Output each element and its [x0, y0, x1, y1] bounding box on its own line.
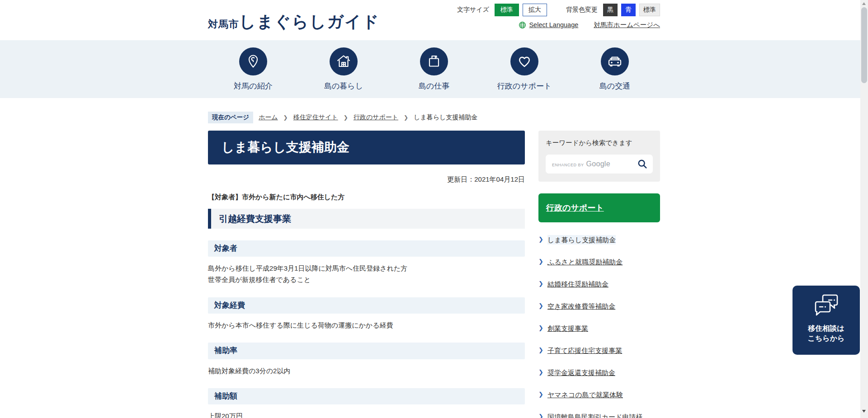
heart-icon [510, 47, 538, 75]
nav-label: 島の仕事 [389, 81, 479, 91]
sidebar-item-startup-support[interactable]: ❯創業支援事業 [538, 324, 660, 333]
nav-item-gov-support[interactable]: 行政のサポート [479, 40, 570, 91]
search-icon[interactable] [637, 159, 647, 169]
sidebar-category-box[interactable]: 行政のサポート [538, 193, 660, 222]
logo-main: しまぐらしガイド [239, 11, 380, 33]
sub-heading-eligible-persons: 対象者 [208, 240, 525, 257]
bg-color-blue-button[interactable]: 青 [621, 4, 636, 16]
select-language-label: Select Language [529, 21, 578, 28]
nav-label: 対馬の紹介 [208, 81, 298, 91]
site-logo[interactable]: 対馬市 しまぐらしガイド [208, 11, 380, 33]
sidebar-menu: ❯しま暮らし支援補助金 ❯ふるさと就職奨励補助金 ❯結婚移住奨励補助金 ❯空き家… [538, 235, 660, 418]
nav-label: 島の交通 [570, 81, 660, 91]
search-title: キーワードから検索できます [546, 139, 653, 147]
sidebar-item-furusato-employment-subsidy[interactable]: ❯ふるさと就職奨励補助金 [538, 257, 660, 267]
map-pin-icon [239, 47, 267, 75]
chevron-right-icon: ❯ [538, 346, 543, 354]
scrollbar[interactable] [860, 0, 868, 418]
scroll-up-icon[interactable] [862, 2, 866, 5]
breadcrumb-separator: ❯ [283, 114, 288, 121]
target-note: 【対象者】市外から新たに市内へ移住した方 [208, 193, 525, 202]
nav-item-island-life[interactable]: 島の暮らし [298, 40, 389, 91]
sidebar-item-marriage-migration-subsidy[interactable]: ❯結婚移住奨励補助金 [538, 279, 660, 289]
sidebar: キーワードから検索できます ENHANCED BYGoogle 行政のサポート … [538, 131, 660, 418]
breadcrumb-current-badge: 現在のページ [208, 112, 253, 123]
bg-color-label: 背景色変更 [566, 6, 598, 14]
keyword-search-box: キーワードから検索できます ENHANCED BYGoogle [538, 131, 660, 182]
body-text: 上限20万円 [208, 410, 525, 418]
breadcrumb: 現在のページ ホーム ❯ 移住定住サイト ❯ 行政のサポート ❯ しま暮らし支援… [208, 112, 660, 123]
nav-label: 島の暮らし [298, 81, 389, 91]
sub-heading-eligible-costs: 対象経費 [208, 297, 525, 314]
page-title: しま暮らし支援補助金 [208, 131, 525, 164]
chat-bubbles-icon [812, 293, 841, 318]
breadcrumb-link-gov-support[interactable]: 行政のサポート [354, 113, 398, 122]
logo-prefix: 対馬市 [208, 18, 239, 33]
sidebar-item-yamaneko-work-experience[interactable]: ❯ヤマネコの島で就業体験 [538, 390, 660, 399]
scrollbar-thumb[interactable] [861, 7, 867, 83]
breadcrumb-link-migration-site[interactable]: 移住定住サイト [293, 113, 338, 122]
sub-heading-subsidy-amount: 補助額 [208, 388, 525, 404]
header-controls: 文字サイズ 標準 拡大 背景色変更 黒 青 標準 Select Language… [457, 4, 660, 29]
chevron-right-icon: ❯ [538, 368, 543, 376]
search-placeholder-prefix: ENHANCED BY [552, 163, 584, 167]
chevron-right-icon: ❯ [538, 257, 543, 266]
global-nav: 対馬の紹介 島の暮らし 島の仕事 行政のサポート 島の交通 [0, 40, 868, 98]
breadcrumb-link-home[interactable]: ホーム [259, 113, 278, 122]
sidebar-category-link[interactable]: 行政のサポート [546, 203, 604, 212]
chevron-right-icon: ❯ [538, 390, 543, 399]
breadcrumb-separator: ❯ [344, 114, 348, 121]
site-header: 対馬市 しまぐらしガイド 文字サイズ 標準 拡大 背景色変更 黒 青 標準 Se… [0, 0, 868, 40]
font-size-standard-button[interactable]: 標準 [495, 4, 519, 16]
chevron-right-icon: ❯ [538, 324, 543, 332]
chevron-right-icon: ❯ [538, 301, 543, 310]
chevron-right-icon: ❯ [538, 235, 543, 244]
city-homepage-link[interactable]: 対馬市ホームページへ [594, 21, 660, 29]
sidebar-item-vacant-house-renovation-subsidy[interactable]: ❯空き家改修費等補助金 [538, 301, 660, 311]
search-input[interactable]: ENHANCED BYGoogle [546, 155, 653, 174]
sub-heading-subsidy-rate: 補助率 [208, 343, 525, 359]
bg-color-black-button[interactable]: 黒 [603, 4, 618, 16]
scroll-down-icon[interactable] [862, 410, 866, 413]
breadcrumb-current-page: しま暮らし支援補助金 [414, 113, 477, 122]
chat-widget-label: 移住相談は こちらから [793, 324, 860, 343]
select-language-link[interactable]: Select Language [519, 21, 578, 29]
search-placeholder-brand: Google [586, 160, 610, 168]
nav-item-island-transport[interactable]: 島の交通 [570, 40, 660, 91]
section-heading-moving-expenses: 引越経費支援事業 [208, 209, 525, 229]
sidebar-item-shimagurashi-subsidy[interactable]: ❯しま暮らし支援補助金 [538, 235, 660, 244]
body-text: 島外から移住し平成29年3月1日以降に対馬市へ住民登録された方 世帯全員が新規移… [208, 263, 525, 286]
car-icon [601, 47, 629, 75]
bag-icon [420, 47, 448, 75]
chevron-right-icon: ❯ [538, 279, 543, 288]
home-icon [330, 47, 358, 75]
nav-item-tsushima-intro[interactable]: 対馬の紹介 [208, 40, 298, 91]
chevron-right-icon: ❯ [538, 412, 543, 418]
font-size-label: 文字サイズ [457, 6, 489, 14]
migration-consultation-widget[interactable]: 移住相談は こちらから [793, 286, 860, 355]
updated-date: 更新日：2021年04月12日 [208, 175, 525, 184]
main-content: しま暮らし支援補助金 更新日：2021年04月12日 【対象者】市外から新たに市… [208, 131, 525, 418]
body-text: 市外から本市へ移住する際に生じる荷物の運搬にかかる経費 [208, 319, 525, 331]
body-text: 補助対象経費の3分の2以内 [208, 365, 525, 377]
sidebar-item-border-island-discount-card[interactable]: ❯国境離島島民割引カード申請様 [538, 412, 660, 418]
globe-icon [519, 21, 526, 29]
nav-label: 行政のサポート [479, 81, 570, 91]
sidebar-item-scholarship-repayment-subsidy[interactable]: ❯奨学金返還支援補助金 [538, 368, 660, 377]
breadcrumb-separator: ❯ [404, 114, 408, 121]
sidebar-item-childcare-housing-support[interactable]: ❯子育て応援住宅支援事業 [538, 346, 660, 355]
bg-color-standard-button[interactable]: 標準 [639, 4, 660, 16]
font-size-large-button[interactable]: 拡大 [523, 4, 547, 16]
nav-item-island-work[interactable]: 島の仕事 [389, 40, 479, 91]
